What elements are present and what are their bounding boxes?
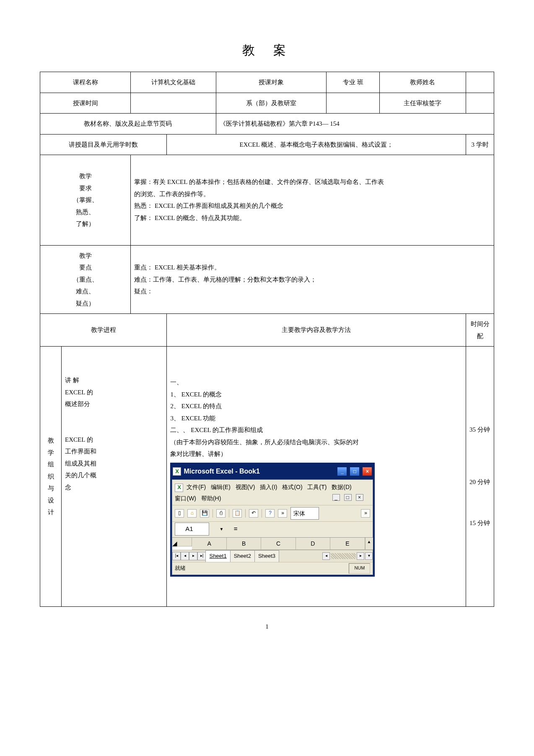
scroll-right-icon[interactable]: ▸ [357,552,364,560]
label-teacher: 教师姓名 [379,72,466,93]
excel-screenshot: X Microsoft Excel - Book1 _ □ × X 文件(F) … [170,463,375,577]
req-line: 熟悉： EXCEL 的工作界面和组成及其相关的几个概念 [134,200,490,212]
col-progress: 教学进程 [40,314,167,347]
req-line: 的浏览、工作表的操作等。 [134,188,490,200]
value-sign [466,93,494,114]
value-course-name: 计算机文化基础 [131,72,216,93]
label-time: 授课时间 [40,93,131,114]
menu-file[interactable]: 文件(F) [187,484,206,490]
menu-window[interactable]: 窗口(W) [175,495,196,502]
scroll-up-icon[interactable]: ▲ [365,538,373,550]
name-box[interactable]: A1 [175,523,209,536]
menu-tools[interactable]: 工具(T) [307,484,327,490]
scroll-down-icon[interactable]: ▾ [365,552,373,560]
pts-line: 疑点： [134,285,490,298]
menu-edit[interactable]: 编辑(E) [211,484,231,490]
step-line: 概述部分 [65,398,163,410]
close-button[interactable]: × [362,467,372,476]
sheet-tab[interactable]: Sheet1 [205,550,230,562]
step-line: 念 [65,482,163,494]
value-textbook: 《医学计算机基础教程》第六章 P143— 154 [216,114,494,135]
menu-format[interactable]: 格式(O) [282,484,302,490]
maximize-button[interactable]: □ [350,467,360,476]
step-line: 工作界面和 [65,445,163,458]
excel-title: Microsoft Excel - Book1 [184,465,259,478]
progress-steps: 讲 解 EXCEL 的 概述部分 EXCEL 的 工作界面和 组成及其相 关的几… [62,347,167,607]
excel-titlebar: X Microsoft Excel - Book1 _ □ × [172,464,373,479]
step-line: EXCEL 的 [65,386,163,399]
undo-icon[interactable]: ↶ [249,509,258,518]
step-line: 组成及其相 [65,458,163,470]
menu-view[interactable]: 视图(V) [236,484,255,490]
excel-toolbar[interactable]: ▯ ⌂ 💾 ⎙ 📋 ↶ ? » 宋体 [172,505,373,522]
menu-help[interactable]: 帮助(H) [201,495,221,502]
help-icon[interactable]: ? [265,509,275,518]
tab-nav-next-icon[interactable]: ▸ [189,552,197,560]
col-time: 时间分配 [466,314,494,347]
sheet-tab-bar[interactable]: |◂ ◂ ▸ ▸| Sheet1 Sheet2 Sheet3 ◂ [172,550,373,562]
step-line: 讲 解 [65,374,163,386]
req-line: 掌握：有关 EXCEL 的基本操作；包括表格的创建、文件的保存、区域选取与命名、… [134,176,490,188]
col-content: 主要教学内容及教学方法 [167,314,466,347]
step-line: 关的几个概 [65,469,163,482]
excel-menubar[interactable]: X 文件(F) 编辑(E) 视图(V) 插入(I) 格式(O) 工具(T) 数据… [172,480,373,505]
content-line: （由于本部分内容较陌生、抽象，所人必须结合电脑演示、实际的对 [170,436,462,448]
main-content: 一、 1、 EXCEL 的概念 2、 EXCEL 的特点 3、 EXCEL 功能… [167,347,466,607]
label-course-name: 课程名称 [40,72,131,93]
value-dept [327,93,380,114]
sheet-tab[interactable]: Sheet2 [230,550,255,562]
scrollbar[interactable] [331,553,356,559]
save-icon[interactable]: 💾 [200,509,209,518]
scroll-left-icon[interactable]: ◂ [322,552,330,560]
menu-data[interactable]: 数据(D) [332,484,351,490]
minimize-button[interactable]: _ [337,467,347,476]
tab-nav-last-icon[interactable]: ▸| [197,552,206,560]
toolbar-more-icon[interactable]: » [361,509,370,518]
fx-label: = [233,523,237,535]
col-header[interactable]: E [330,538,365,550]
col-header[interactable]: A [192,538,226,550]
content-line: 1、 EXCEL 的概念 [170,388,462,401]
paste-icon[interactable]: 📋 [233,509,242,518]
content-line: 二、、 EXCEL 的工作界面和组成 [170,424,462,436]
label-textbook: 教材名称、版次及起止章节页码 [40,114,216,135]
more-icon[interactable]: » [278,509,287,518]
label-topic-hours: 讲授题目及单元用学时数 [40,134,167,155]
new-icon[interactable]: ▯ [175,509,184,518]
excel-formula-bar[interactable]: A1 ▼ = [172,521,373,537]
font-selector[interactable]: 宋体 [290,507,319,520]
time-entry: 35 分钟 [469,424,490,436]
time-entry: 15 分钟 [469,517,490,529]
mdi-controls[interactable]: _□× [332,493,367,502]
pts-line: 重点： EXCEL 相关基本操作。 [134,261,490,274]
time-allocation: 35 分钟 20 分钟 15 分钟 [466,347,494,607]
content-line: 一、 [170,376,462,388]
excel-app-icon: X [173,467,181,476]
tab-nav-first-icon[interactable]: |◂ [172,552,181,560]
content-line: 3、 EXCEL 功能 [170,412,462,425]
content-line: 2、 EXCEL 的特点 [170,400,462,412]
tab-nav-prev-icon[interactable]: ◂ [181,552,189,560]
page-number: 1 [0,623,534,630]
excel-grid[interactable]: ◢ A B C D E ▲ |◂ ◂ [172,537,373,562]
label-audience: 授课对象 [216,72,327,93]
value-requirements: 掌握：有关 EXCEL 的基本操作；包括表格的创建、文件的保存、区域选取与命名、… [131,155,494,246]
time-entry: 20 分钟 [469,476,490,488]
col-header[interactable]: B [227,538,261,550]
label-requirements: 教学 要求 （掌握、 熟悉、 了解） [40,155,131,246]
menu-insert[interactable]: 插入(I) [260,484,277,490]
col-header[interactable]: D [296,538,330,550]
lesson-plan-table: 课程名称 计算机文化基础 授课对象 专业 班 教师姓名 授课时间 系（部）及教研… [40,72,494,607]
label-organization: 教 学 组 织 与 设 计 [40,347,62,607]
req-line: 了解： EXCEL 的概念、特点及其功能。 [134,212,490,224]
page-title: 教 案 [41,42,494,59]
value-audience: 专业 班 [327,72,380,93]
select-all-corner[interactable]: ◢ [172,538,192,546]
open-icon[interactable]: ⌂ [187,509,197,518]
value-time [131,93,216,114]
pts-line: 难点：工作薄、工作表、单元格的理解；分数和文本数字的录入； [134,274,490,286]
print-icon[interactable]: ⎙ [216,509,226,518]
sheet-tab[interactable]: Sheet3 [254,550,279,562]
col-header[interactable]: C [261,538,296,550]
step-line: EXCEL 的 [65,434,163,446]
